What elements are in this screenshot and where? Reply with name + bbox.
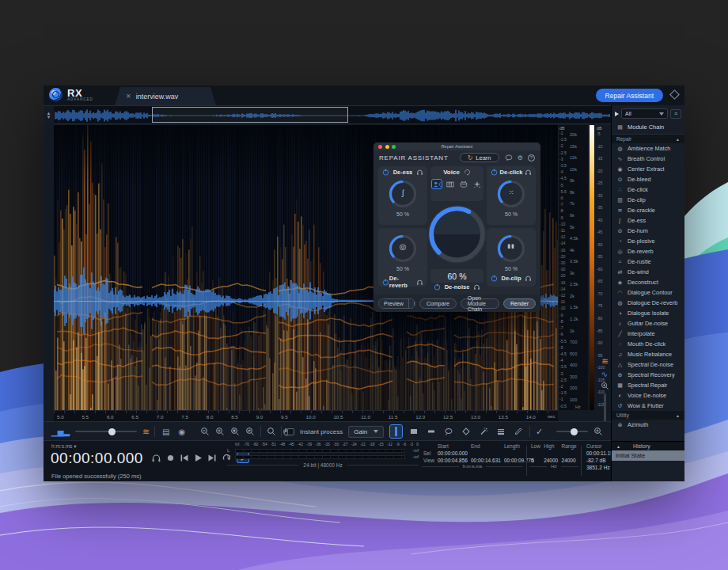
drums-type-icon[interactable] (459, 180, 468, 188)
module-item[interactable]: ∴ De-click (612, 184, 684, 195)
de-ess-value[interactable]: 50 % (378, 210, 427, 220)
module-item[interactable]: ◑ Dialogue Isolate (612, 308, 684, 318)
zoom-in-icon[interactable] (215, 427, 225, 436)
maximize-window-icon[interactable] (392, 145, 396, 149)
brush-size-tool[interactable] (495, 425, 506, 438)
keys-type-icon[interactable] (446, 180, 455, 188)
spectrogram-view-icon[interactable]: ≋ (601, 356, 608, 367)
waveform-view-icon[interactable]: ∿ (601, 370, 608, 378)
process-mode-select[interactable]: Gain (348, 426, 384, 438)
module-item[interactable]: ♪ Guitar De-noise (612, 318, 684, 329)
apply-check-icon[interactable]: ✓ (536, 427, 543, 437)
bypass-button[interactable]: Bypass (408, 299, 415, 308)
panel-menu-icon[interactable]: ≡ (670, 109, 681, 119)
clipboard-icon[interactable]: ▤ (161, 427, 171, 437)
voice-type-icon[interactable] (432, 180, 442, 188)
zoom-out-icon[interactable] (200, 427, 210, 436)
module-item[interactable]: ◔ De-plosive (612, 236, 684, 246)
de-clip-solo-icon[interactable] (525, 275, 532, 282)
spectrogram-blend-icon[interactable]: ≋ (142, 427, 149, 437)
module-item[interactable]: ↺ Wow & Flutter (612, 401, 684, 411)
history-header[interactable]: ▲ History (612, 442, 684, 450)
play-button[interactable] (194, 454, 203, 462)
pencil-tool[interactable] (512, 425, 524, 438)
module-item[interactable]: ∿ Breath Control (612, 154, 684, 164)
de-noise-knob[interactable] (426, 200, 488, 269)
preview-button[interactable]: Preview (379, 299, 408, 308)
de-ess-solo-icon[interactable] (416, 169, 423, 176)
module-item[interactable]: ╱ Interpolate (612, 329, 684, 339)
repair-section-header[interactable]: Repair▲ (612, 135, 684, 143)
meter-right-peak[interactable]: -inf (408, 454, 419, 459)
wand-tool[interactable] (460, 425, 472, 438)
go-to-start-button[interactable] (180, 454, 189, 462)
module-chain-item[interactable]: ▤ Module Chain (612, 121, 684, 135)
de-clip-power-icon[interactable] (491, 275, 498, 282)
waveform-blend-icon[interactable]: ▁▅▂ (51, 428, 70, 436)
module-item[interactable]: ♫ Music Rebalance (612, 349, 684, 359)
magnifier-tool-icon[interactable] (267, 427, 276, 436)
module-item[interactable]: ◠ Dialogue Contour (612, 287, 684, 298)
preview-play-icon[interactable] (615, 112, 619, 116)
record-button[interactable] (166, 454, 175, 462)
module-item[interactable]: ⊕ Spectral Recovery (612, 370, 684, 380)
time-ruler[interactable]: 5.05.56.06.57.07.58.08.59.09.510.010.511… (54, 410, 558, 421)
de-reverb-power-icon[interactable] (382, 279, 389, 286)
de-click-value[interactable]: 50 % (487, 210, 536, 220)
zoom-plus-icon[interactable] (593, 427, 603, 436)
compare-button[interactable]: Compare (419, 298, 457, 309)
module-item[interactable]: ◌ Mouth De-click (612, 339, 684, 349)
module-item[interactable]: ◉ Center Extract (612, 164, 684, 174)
de-click-power-icon[interactable] (491, 169, 498, 176)
relearn-icon[interactable] (464, 169, 471, 176)
help-icon[interactable]: ? (528, 154, 535, 162)
module-item[interactable]: ⊘ De-hum (612, 226, 684, 236)
waveform-overview[interactable]: ▲▼ (44, 105, 611, 124)
zoom-in-vertical-icon[interactable] (601, 382, 609, 390)
de-noise-solo-icon[interactable] (473, 283, 480, 291)
close-window-icon[interactable] (378, 145, 382, 149)
zoom-fit-icon[interactable] (245, 427, 255, 436)
de-reverb-value[interactable]: 50 % (378, 264, 427, 275)
go-to-end-button[interactable] (207, 454, 217, 462)
module-item[interactable]: ⊗ Azimuth (612, 420, 684, 430)
de-clip-value[interactable]: 50 % (487, 264, 536, 275)
instant-process-checkbox[interactable] (287, 428, 294, 435)
frequency-selection-tool[interactable] (425, 425, 437, 438)
module-item[interactable]: ◈ Deconstruct (612, 277, 684, 287)
module-item[interactable]: ≈ De-rustle (612, 256, 684, 267)
learn-button[interactable]: ↻ Learn (460, 153, 499, 162)
spectrogram-waveform-blend-slider[interactable] (75, 431, 137, 432)
module-item[interactable]: ◎ De-reverb (612, 246, 684, 256)
module-item[interactable]: ∫ De-ess (612, 215, 684, 226)
time-frequency-selection-tool[interactable] (408, 425, 419, 438)
module-item[interactable]: ⇄ De-wind (612, 267, 684, 277)
marker-icon[interactable]: ◉ (176, 427, 187, 437)
connect-icon[interactable] (669, 89, 680, 100)
de-click-solo-icon[interactable] (525, 169, 532, 176)
module-item[interactable]: ⊙ De-bleed (612, 174, 684, 184)
module-item[interactable]: ◐ Voice De-noise (612, 390, 684, 401)
module-item[interactable]: ▥ De-clip (612, 195, 684, 205)
de-reverb-solo-icon[interactable] (416, 279, 423, 286)
time-selection-tool[interactable] (390, 425, 402, 438)
overview-resize-handle[interactable]: ▲▼ (44, 106, 54, 125)
feedback-icon[interactable] (505, 154, 513, 162)
module-item[interactable]: ▦ Spectral Repair (612, 380, 684, 390)
file-tab[interactable]: ✕ interview.wav (115, 87, 216, 105)
horizontal-zoom-slider[interactable] (556, 431, 588, 432)
magic-wand-tool[interactable] (477, 425, 489, 438)
de-ess-power-icon[interactable] (382, 169, 389, 176)
utility-section-header[interactable]: Utility▲ (612, 411, 684, 420)
tab-close-icon[interactable]: ✕ (126, 93, 131, 100)
de-noise-value[interactable]: 60 % (430, 269, 483, 283)
de-noise-power-icon[interactable] (434, 283, 441, 291)
repair-assistant-button[interactable]: Repair Assistant (596, 89, 663, 102)
zoom-selection-icon[interactable] (230, 427, 240, 436)
other-type-icon[interactable] (472, 180, 482, 188)
module-item[interactable]: ≋ De-crackle (612, 205, 684, 215)
module-filter-select[interactable]: All (621, 108, 668, 119)
dialog-title-bar[interactable]: Repair Assistant (373, 142, 540, 150)
module-item[interactable]: ◍ Ambience Match (612, 143, 684, 154)
meter-left-peak[interactable]: -inf (408, 448, 419, 453)
